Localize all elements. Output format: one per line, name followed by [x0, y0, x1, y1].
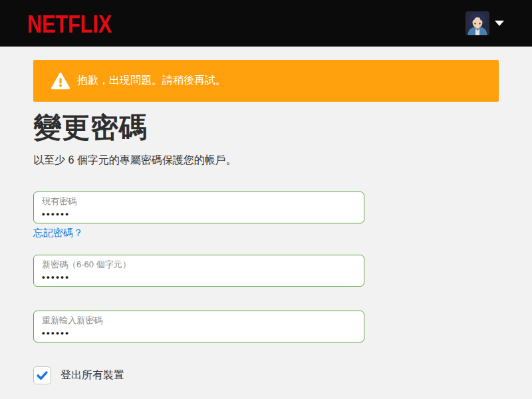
error-alert: 抱歉，出現問題。請稍後再試。	[33, 60, 499, 102]
netflix-logo[interactable]: NETFLIX	[27, 9, 113, 38]
signout-all-devices-row[interactable]: 登出所有裝置	[33, 366, 124, 384]
current-password-label: 現有密碼	[42, 196, 356, 207]
forgot-password-link[interactable]: 忘記密碼？	[33, 227, 83, 239]
alert-message: 抱歉，出現問題。請稍後再試。	[77, 74, 226, 88]
page-title: 變更密碼	[33, 109, 148, 146]
profile-avatar[interactable]	[466, 11, 489, 35]
new-password-value: ••••••	[42, 272, 356, 283]
netflix-logo-text: NETFLIX	[27, 11, 112, 38]
confirm-password-value: ••••••	[42, 328, 356, 338]
confirm-password-input[interactable]: 重新輸入新密碼 ••••••	[33, 311, 364, 342]
check-icon	[36, 369, 49, 382]
confirm-password-label: 重新輸入新密碼	[42, 315, 356, 326]
avatar-image	[466, 11, 489, 35]
page-subtitle: 以至少 6 個字元的專屬密碼保護您的帳戶。	[33, 154, 237, 168]
top-nav: NETFLIX	[0, 0, 532, 47]
new-password-input[interactable]: 新密碼（6-60 個字元） ••••••	[33, 255, 364, 287]
caret-down-icon[interactable]	[495, 21, 504, 26]
signout-checkbox[interactable]	[33, 366, 51, 384]
current-password-input[interactable]: 現有密碼 ••••••	[33, 192, 364, 223]
signout-label: 登出所有裝置	[61, 368, 124, 382]
new-password-label: 新密碼（6-60 個字元）	[42, 259, 356, 270]
change-password-page: 抱歉，出現問題。請稍後再試。 變更密碼 以至少 6 個字元的專屬密碼保護您的帳戶…	[0, 47, 532, 399]
warning-triangle-icon	[51, 71, 70, 91]
current-password-value: ••••••	[42, 209, 356, 219]
